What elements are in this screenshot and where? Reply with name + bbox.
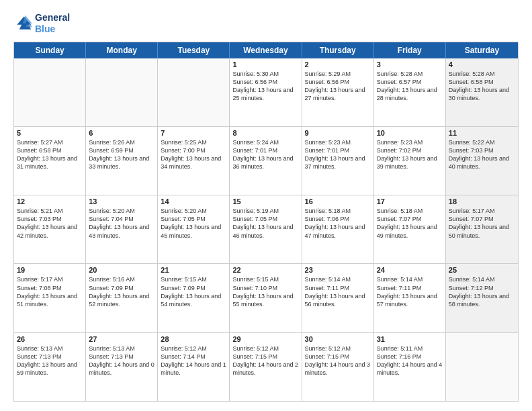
cell-info: Sunrise: 5:24 AM Sunset: 7:01 PM Dayligh…: [232, 138, 298, 171]
calendar-cell: 29Sunrise: 5:12 AM Sunset: 7:15 PM Dayli…: [230, 333, 302, 401]
day-number: 26: [17, 335, 83, 343]
calendar-cell: [158, 58, 230, 126]
day-number: 23: [305, 266, 371, 274]
day-number: 9: [305, 129, 371, 137]
day-number: 4: [449, 60, 515, 68]
day-number: 24: [377, 266, 443, 274]
cell-info: Sunrise: 5:22 AM Sunset: 7:03 PM Dayligh…: [449, 138, 515, 171]
cell-info: Sunrise: 5:11 AM Sunset: 7:16 PM Dayligh…: [377, 345, 443, 377]
day-number: 14: [161, 197, 226, 205]
logo-icon: [13, 14, 32, 33]
day-number: 10: [377, 129, 443, 137]
day-number: 25: [449, 266, 515, 274]
header: General Blue: [13, 12, 519, 35]
calendar-cell: 16Sunrise: 5:18 AM Sunset: 7:06 PM Dayli…: [302, 195, 374, 263]
cell-info: Sunrise: 5:12 AM Sunset: 7:15 PM Dayligh…: [305, 345, 371, 377]
calendar-cell: 7Sunrise: 5:25 AM Sunset: 7:00 PM Daylig…: [158, 127, 230, 195]
cell-info: Sunrise: 5:28 AM Sunset: 6:57 PM Dayligh…: [377, 70, 443, 103]
logo-text: General Blue: [35, 12, 70, 35]
day-number: 17: [377, 197, 443, 205]
day-number: 3: [377, 60, 443, 68]
calendar-cell: 22Sunrise: 5:15 AM Sunset: 7:10 PM Dayli…: [230, 264, 302, 332]
calendar-cell: 23Sunrise: 5:14 AM Sunset: 7:11 PM Dayli…: [302, 264, 374, 332]
calendar-cell: [446, 333, 518, 401]
calendar-week-5: 26Sunrise: 5:13 AM Sunset: 7:13 PM Dayli…: [14, 332, 518, 401]
calendar-week-2: 5Sunrise: 5:27 AM Sunset: 6:58 PM Daylig…: [14, 126, 518, 195]
day-number: 28: [161, 335, 226, 343]
day-header-tuesday: Tuesday: [158, 42, 230, 58]
day-number: 6: [89, 129, 154, 137]
day-number: 27: [89, 335, 154, 343]
cell-info: Sunrise: 5:14 AM Sunset: 7:11 PM Dayligh…: [305, 275, 371, 308]
calendar-cell: 14Sunrise: 5:20 AM Sunset: 7:05 PM Dayli…: [158, 195, 230, 263]
calendar-cell: 24Sunrise: 5:14 AM Sunset: 7:11 PM Dayli…: [374, 264, 446, 332]
calendar-cell: 6Sunrise: 5:26 AM Sunset: 6:59 PM Daylig…: [86, 127, 158, 195]
cell-info: Sunrise: 5:13 AM Sunset: 7:13 PM Dayligh…: [17, 345, 83, 377]
day-number: 18: [449, 197, 515, 205]
cell-info: Sunrise: 5:23 AM Sunset: 7:02 PM Dayligh…: [377, 138, 443, 171]
cell-info: Sunrise: 5:23 AM Sunset: 7:01 PM Dayligh…: [305, 138, 371, 171]
calendar-cell: 19Sunrise: 5:17 AM Sunset: 7:08 PM Dayli…: [14, 264, 86, 332]
cell-info: Sunrise: 5:13 AM Sunset: 7:13 PM Dayligh…: [89, 345, 154, 377]
cell-info: Sunrise: 5:26 AM Sunset: 6:59 PM Dayligh…: [89, 138, 154, 171]
calendar-cell: 10Sunrise: 5:23 AM Sunset: 7:02 PM Dayli…: [374, 127, 446, 195]
calendar-cell: 3Sunrise: 5:28 AM Sunset: 6:57 PM Daylig…: [374, 58, 446, 126]
calendar-week-1: 1Sunrise: 5:30 AM Sunset: 6:56 PM Daylig…: [14, 58, 518, 126]
cell-info: Sunrise: 5:29 AM Sunset: 6:56 PM Dayligh…: [305, 70, 371, 103]
calendar-cell: 9Sunrise: 5:23 AM Sunset: 7:01 PM Daylig…: [302, 127, 374, 195]
cell-info: Sunrise: 5:12 AM Sunset: 7:15 PM Dayligh…: [232, 345, 298, 377]
calendar-cell: 31Sunrise: 5:11 AM Sunset: 7:16 PM Dayli…: [374, 333, 446, 401]
cell-info: Sunrise: 5:19 AM Sunset: 7:05 PM Dayligh…: [232, 207, 298, 240]
day-number: 15: [232, 197, 298, 205]
day-number: 2: [305, 60, 371, 68]
cell-info: Sunrise: 5:18 AM Sunset: 7:06 PM Dayligh…: [305, 207, 371, 240]
day-number: 29: [232, 335, 298, 343]
calendar-cell: 15Sunrise: 5:19 AM Sunset: 7:05 PM Dayli…: [230, 195, 302, 263]
cell-info: Sunrise: 5:21 AM Sunset: 7:03 PM Dayligh…: [17, 207, 83, 240]
cell-info: Sunrise: 5:12 AM Sunset: 7:14 PM Dayligh…: [161, 345, 226, 377]
calendar-cell: 26Sunrise: 5:13 AM Sunset: 7:13 PM Dayli…: [14, 333, 86, 401]
calendar-body: 1Sunrise: 5:30 AM Sunset: 6:56 PM Daylig…: [14, 58, 518, 401]
calendar-cell: 13Sunrise: 5:20 AM Sunset: 7:04 PM Dayli…: [86, 195, 158, 263]
day-number: 16: [305, 197, 371, 205]
day-number: 13: [89, 197, 154, 205]
calendar-cell: 21Sunrise: 5:15 AM Sunset: 7:09 PM Dayli…: [158, 264, 230, 332]
day-number: 12: [17, 197, 83, 205]
cell-info: Sunrise: 5:16 AM Sunset: 7:09 PM Dayligh…: [89, 275, 154, 308]
day-number: 20: [89, 266, 154, 274]
cell-info: Sunrise: 5:14 AM Sunset: 7:12 PM Dayligh…: [449, 275, 515, 308]
logo: General Blue: [13, 12, 70, 35]
cell-info: Sunrise: 5:18 AM Sunset: 7:07 PM Dayligh…: [377, 207, 443, 240]
day-number: 8: [232, 129, 298, 137]
cell-info: Sunrise: 5:28 AM Sunset: 6:58 PM Dayligh…: [449, 70, 515, 103]
calendar-cell: 27Sunrise: 5:13 AM Sunset: 7:13 PM Dayli…: [86, 333, 158, 401]
day-header-sunday: Sunday: [14, 42, 86, 58]
cell-info: Sunrise: 5:27 AM Sunset: 6:58 PM Dayligh…: [17, 138, 83, 171]
calendar-cell: 30Sunrise: 5:12 AM Sunset: 7:15 PM Dayli…: [302, 333, 374, 401]
calendar-cell: [14, 58, 86, 126]
calendar-cell: 18Sunrise: 5:17 AM Sunset: 7:07 PM Dayli…: [446, 195, 518, 263]
cell-info: Sunrise: 5:15 AM Sunset: 7:09 PM Dayligh…: [161, 275, 226, 308]
cell-info: Sunrise: 5:14 AM Sunset: 7:11 PM Dayligh…: [377, 275, 443, 308]
calendar-cell: 11Sunrise: 5:22 AM Sunset: 7:03 PM Dayli…: [446, 127, 518, 195]
calendar-week-3: 12Sunrise: 5:21 AM Sunset: 7:03 PM Dayli…: [14, 195, 518, 263]
day-header-monday: Monday: [86, 42, 158, 58]
calendar-week-4: 19Sunrise: 5:17 AM Sunset: 7:08 PM Dayli…: [14, 263, 518, 332]
day-header-wednesday: Wednesday: [230, 42, 302, 58]
cell-info: Sunrise: 5:25 AM Sunset: 7:00 PM Dayligh…: [161, 138, 226, 171]
calendar-cell: 25Sunrise: 5:14 AM Sunset: 7:12 PM Dayli…: [446, 264, 518, 332]
calendar-cell: 2Sunrise: 5:29 AM Sunset: 6:56 PM Daylig…: [302, 58, 374, 126]
cell-info: Sunrise: 5:30 AM Sunset: 6:56 PM Dayligh…: [232, 70, 298, 103]
cell-info: Sunrise: 5:20 AM Sunset: 7:05 PM Dayligh…: [161, 207, 226, 240]
calendar-cell: [86, 58, 158, 126]
cell-info: Sunrise: 5:17 AM Sunset: 7:08 PM Dayligh…: [17, 275, 83, 308]
calendar-cell: 1Sunrise: 5:30 AM Sunset: 6:56 PM Daylig…: [230, 58, 302, 126]
cell-info: Sunrise: 5:15 AM Sunset: 7:10 PM Dayligh…: [232, 275, 298, 308]
calendar-cell: 20Sunrise: 5:16 AM Sunset: 7:09 PM Dayli…: [86, 264, 158, 332]
day-number: 19: [17, 266, 83, 274]
calendar-header: SundayMondayTuesdayWednesdayThursdayFrid…: [14, 42, 518, 58]
cell-info: Sunrise: 5:20 AM Sunset: 7:04 PM Dayligh…: [89, 207, 154, 240]
calendar: SundayMondayTuesdayWednesdayThursdayFrid…: [13, 42, 519, 402]
day-header-thursday: Thursday: [302, 42, 374, 58]
day-number: 31: [377, 335, 443, 343]
